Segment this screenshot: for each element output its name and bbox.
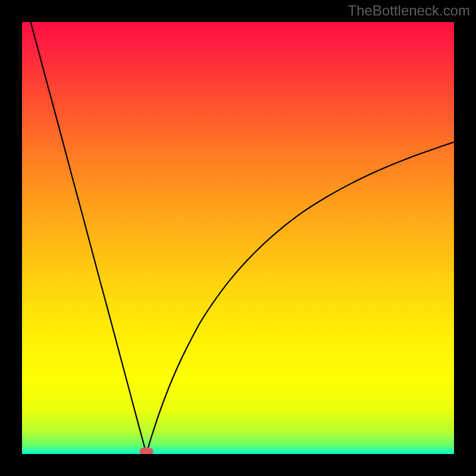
bottleneck-chart bbox=[0, 0, 476, 476]
chart-container: TheBottleneck.com bbox=[0, 0, 476, 476]
plot-area bbox=[22, 22, 454, 454]
attribution-text: TheBottleneck.com bbox=[348, 2, 470, 19]
